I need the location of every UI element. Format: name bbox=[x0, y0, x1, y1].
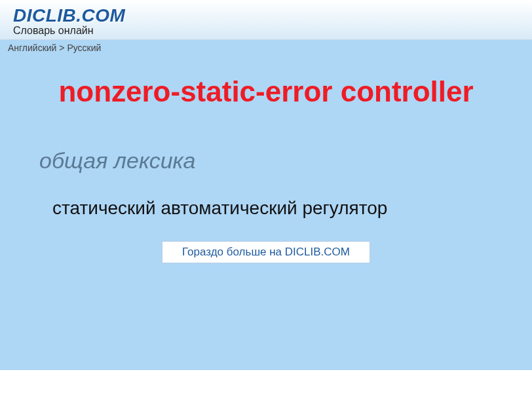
more-link-container: Гораздо больше на DICLIB.COM bbox=[13, 241, 519, 263]
term-definition: статический автоматический регулятор bbox=[52, 196, 493, 220]
dictionary-term: nonzero-static-error controller bbox=[13, 75, 519, 109]
site-tagline: Словарь онлайн bbox=[13, 25, 519, 37]
more-link[interactable]: Гораздо больше на DICLIB.COM bbox=[162, 241, 370, 263]
main-content: nonzero-static-error controller общая ле… bbox=[0, 56, 532, 370]
term-category: общая лексика bbox=[39, 148, 519, 174]
site-header: DICLIB.COM Словарь онлайн bbox=[0, 0, 532, 40]
site-logo[interactable]: DICLIB.COM bbox=[13, 5, 519, 26]
breadcrumb: Английский > Русский bbox=[0, 40, 532, 56]
